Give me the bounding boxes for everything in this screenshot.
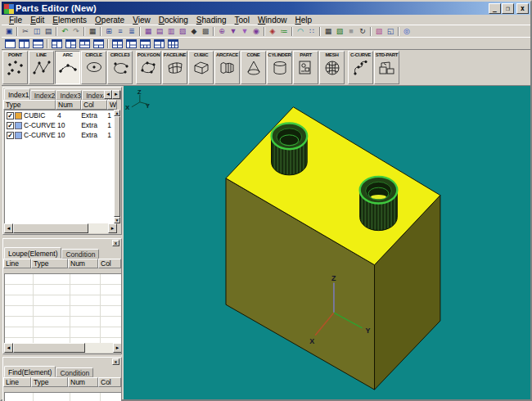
tab-loupe-loupeelement[interactable]: Loupe(Element) <box>4 247 61 259</box>
tab-scroll-right-button[interactable]: ► <box>112 90 120 99</box>
menu-item-docking[interactable]: Docking <box>155 16 192 25</box>
toolbar-button-window-single[interactable] <box>3 38 17 49</box>
toolbar-button-table[interactable]: ▦ <box>322 26 334 37</box>
toolbar-button-grid-a[interactable]: ▦ <box>142 26 154 37</box>
toolbar-button-cut[interactable]: ✂ <box>20 26 31 37</box>
toolbar-button-window-combo-grid[interactable] <box>166 38 180 49</box>
scroll-thumb[interactable] <box>13 343 85 353</box>
index-table[interactable]: ✓CUBIC4Extra1✓C-CURVE10Extra1✓C-CURVE10E… <box>4 110 117 223</box>
column-header-num[interactable]: Num <box>68 259 98 268</box>
column-header-num[interactable]: Num <box>68 377 98 387</box>
index-horizontal-scrollbar[interactable]: ◄ ► <box>4 223 117 233</box>
toolbar-button-settings[interactable]: ≔ <box>278 26 290 37</box>
toolbar-button-list[interactable]: ≡ <box>115 26 126 37</box>
column-header-type[interactable]: Type <box>31 259 68 268</box>
find-table[interactable] <box>4 392 122 401</box>
column-header-col[interactable]: Col <box>81 100 107 110</box>
toolbar-button-save[interactable]: ▣ <box>3 26 15 37</box>
tool-button-polygon[interactable]: POLYGON <box>136 51 161 84</box>
close-panel-icon[interactable]: x <box>112 240 119 246</box>
toolbar-button-window-combo-right[interactable] <box>152 38 166 49</box>
visibility-checkbox[interactable]: ✓ <box>7 112 14 119</box>
tool-button-circle3[interactable]: CIRCLE3 <box>107 51 133 84</box>
menu-item-window[interactable]: Window <box>254 16 291 25</box>
scroll-left-icon[interactable]: ◄ <box>4 343 13 353</box>
toolbar-button-window-combo-left[interactable] <box>124 38 138 49</box>
toolbar-button-window-hsplit[interactable] <box>31 38 45 49</box>
tool-button-std-part[interactable]: STD-PART <box>374 51 399 84</box>
loupe-horizontal-scrollbar[interactable]: ◄ ► <box>4 343 122 353</box>
toolbar-button-drop-b[interactable]: ▼ <box>239 26 250 37</box>
scroll-up-icon[interactable]: ▲ <box>114 110 120 116</box>
menu-item-help[interactable]: Help <box>291 16 317 25</box>
tool-button-arcface[interactable]: ARCFACE <box>214 51 240 84</box>
column-header-col[interactable]: Col <box>98 377 121 387</box>
menu-item-file[interactable]: File <box>5 16 26 25</box>
menu-item-elements[interactable]: Elements <box>48 16 91 25</box>
toolbar-button-redo[interactable]: ↷ <box>70 26 82 37</box>
restore-button[interactable]: ❐ <box>502 3 514 14</box>
menu-item-tool[interactable]: Tool <box>231 16 254 25</box>
scroll-left-icon[interactable]: ◄ <box>4 223 13 233</box>
close-button[interactable]: x <box>516 3 529 14</box>
toolbar-button-window-quad-br[interactable] <box>92 38 106 49</box>
toolbar-button-layers[interactable]: ◱ <box>385 26 396 37</box>
index-vertical-scrollbar[interactable]: ▲ ▼ <box>114 110 120 223</box>
tool-button-cubic[interactable]: CUBIC <box>188 51 214 84</box>
scroll-thumb[interactable] <box>13 223 88 233</box>
toolbar-button-window-quad-bl[interactable] <box>64 38 78 49</box>
toolbar-button-window-vsplit[interactable] <box>17 38 31 49</box>
toolbar-button-image[interactable]: ▧ <box>334 26 345 37</box>
close-panel-icon[interactable]: x <box>112 358 119 365</box>
toolbar-button-cube[interactable]: ◆ <box>188 26 200 37</box>
tab-index-index2[interactable]: Index2 <box>30 90 56 100</box>
tool-button-faceline[interactable]: FACELINE <box>162 51 187 84</box>
tool-button-line[interactable]: LINE <box>29 51 54 84</box>
column-header-num[interactable]: Num <box>56 100 81 110</box>
tool-button-circle[interactable]: CIRCLE <box>81 51 106 84</box>
table-row[interactable]: ✓C-CURVE10Extra1 <box>5 120 117 130</box>
tab-index-index3[interactable]: Index3 <box>56 90 82 100</box>
toolbar-button-hierarchy[interactable]: ⊞ <box>103 26 115 37</box>
toolbar-button-grid-d[interactable]: ▨ <box>177 26 188 37</box>
menu-item-shading[interactable]: Shading <box>192 16 231 25</box>
toolbar-button-undo[interactable]: ↶ <box>59 26 70 37</box>
tab-find-findelement[interactable]: Find(Element) <box>4 366 56 377</box>
tab-scroll-left-button[interactable]: ◄ <box>104 90 112 99</box>
toolbar-button-blank[interactable]: ■ <box>345 26 357 37</box>
tool-button-part[interactable]: PART <box>293 51 318 84</box>
tool-button-arc[interactable]: ARC <box>55 51 80 84</box>
column-header-type[interactable]: Type <box>31 377 68 387</box>
toolbar-button-print[interactable]: ▦ <box>87 26 98 37</box>
toolbar-button-window-grid[interactable] <box>110 38 124 49</box>
menu-item-edit[interactable]: Edit <box>26 16 48 25</box>
column-header-type[interactable]: Type <box>3 100 56 110</box>
toolbar-button-dice[interactable]: ∷ <box>306 26 318 37</box>
tool-button-c-curve[interactable]: C-CURVE <box>348 51 373 84</box>
toolbar-button-arc-snap[interactable]: ◠ <box>295 26 306 37</box>
column-header-col[interactable]: Col <box>98 259 121 268</box>
minimize-button[interactable]: _ <box>489 3 501 14</box>
table-row[interactable]: ✓C-CURVE10Extra1 <box>5 130 117 140</box>
toolbar-button-grid-b[interactable]: ▤ <box>154 26 165 37</box>
visibility-checkbox[interactable]: ✓ <box>7 132 14 139</box>
menu-item-operate[interactable]: Operate <box>91 16 128 25</box>
toolbar-button-copy[interactable]: ◫ <box>31 26 43 37</box>
loupe-table[interactable] <box>4 273 122 343</box>
column-header-line[interactable]: Line <box>3 377 31 387</box>
tool-button-cylinder[interactable]: CYLINDER <box>267 51 292 84</box>
scroll-thumb[interactable] <box>114 116 120 217</box>
tab-find-condition[interactable]: Condition <box>56 367 93 377</box>
column-header-wi[interactable]: Wi <box>107 100 117 110</box>
toolbar-button-window-quad-tl[interactable] <box>50 38 64 49</box>
tab-index-index1[interactable]: Index1 <box>4 88 30 100</box>
scroll-right-icon[interactable]: ► <box>113 343 122 353</box>
toolbar-button-globe[interactable]: ◎ <box>401 26 413 37</box>
visibility-checkbox[interactable]: ✓ <box>7 122 14 129</box>
tool-button-point[interactable]: POINT <box>2 51 28 84</box>
toolbar-button-image-add[interactable]: ▧ <box>373 26 385 37</box>
toolbar-button-list-indent[interactable]: ≣ <box>126 26 138 37</box>
scroll-down-icon[interactable]: ▼ <box>114 217 120 223</box>
toolbar-button-shield[interactable]: ◈ <box>267 26 278 37</box>
toolbar-button-target[interactable]: ⊕ <box>216 26 228 37</box>
